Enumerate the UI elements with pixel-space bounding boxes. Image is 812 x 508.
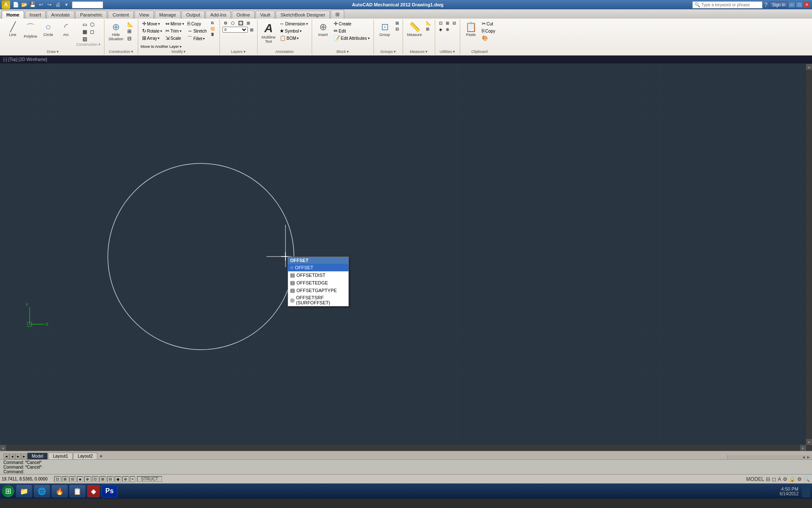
taskbar-files-btn[interactable]: 📁 [16,485,32,497]
draw-dropdown-icon[interactable]: ▾ [57,50,59,54]
model-btn[interactable]: MODEL [746,476,765,483]
arc-button[interactable]: ◜ Arc [58,20,74,38]
scroll-down-arrow[interactable]: ▼ [806,439,812,445]
show-desktop-btn[interactable] [802,485,810,497]
boundary-btn[interactable]: ⬡ [89,21,96,28]
workspace-selector[interactable]: Mechanical ▾ [72,1,103,8]
explode-btn[interactable]: 💥 [209,26,216,31]
ac-item-offsetgaptype[interactable]: ▤ OFFSETGAPTYPE [288,287,348,294]
scale-button[interactable]: ⇲ Scale [164,35,185,41]
util-3[interactable]: ⊟ [451,20,457,26]
scroll-right-arrow[interactable]: ► [800,445,806,451]
circle-button[interactable]: ○ Circle [40,20,57,38]
tab-vault[interactable]: Vault [255,11,275,19]
vp-btn[interactable]: ◻ [771,476,776,483]
utilities-dropdown-icon[interactable]: ▾ [453,50,455,54]
stretch-button[interactable]: ↔ Stretch [186,28,208,34]
hide-situation-button[interactable]: ⊕ HideSituation [107,20,125,42]
open-button[interactable]: 📂 [20,1,28,8]
ws-btn[interactable]: ⚙ [782,476,788,483]
layer-select[interactable]: 0 [222,27,248,33]
tab-parametric[interactable]: Parametric [75,11,107,19]
auxiliary-btn[interactable]: ⊞ [126,28,135,35]
restore-button[interactable]: □ [796,2,803,8]
polar-btn[interactable]: ⊟ [107,476,114,482]
util-2[interactable]: ⊞ [444,20,450,26]
print-button[interactable]: 🖨 [54,1,62,8]
tab-home[interactable]: Home [2,11,24,19]
tab-model[interactable]: Model [27,453,48,459]
paper-btn[interactable]: ⊟ [765,476,771,483]
copy-button[interactable]: ⎘ Copy [186,20,208,27]
offset-btn[interactable]: ⧉ [210,20,215,26]
clipboard-cut-btn[interactable]: ✂ Cut [480,20,497,27]
tab-content[interactable]: Content [108,11,134,19]
taskbar-app4-btn[interactable]: 📋 [69,485,85,497]
snap-btn-1[interactable]: ⊡ [54,476,61,482]
mirror-button[interactable]: ⇔ Mirror ▾ [164,20,185,27]
new-button[interactable]: 📄 [12,1,19,8]
tab-scroll-left[interactable]: ◄ [3,453,9,459]
tab-addins[interactable]: Add-Ins [206,11,231,19]
snap-btn-3[interactable]: ⊟ [69,476,76,482]
util-4[interactable]: ◈ [438,27,444,32]
util-1[interactable]: ⊡ [438,20,444,26]
ortho-btn[interactable]: ⊞ [99,476,106,482]
erase-btn[interactable]: 🗑 [209,32,216,37]
clipboard-copy-btn[interactable]: ⎘ Copy [480,28,497,34]
region-btn[interactable]: ◻ [89,28,96,35]
tab-scroll-right[interactable]: ► [15,453,21,459]
start-button[interactable]: ⊞ [2,485,14,497]
hatch-btn[interactable]: ▦ [81,28,88,35]
zoom-btn[interactable]: 🔍 [803,476,810,483]
measure-icon1[interactable]: 📐 [425,20,432,26]
modify-dropdown-icon[interactable]: ▾ [184,50,186,54]
trim-button[interactable]: ✂ Trim ▾ [164,28,185,34]
redo-button[interactable]: ↪ [46,1,53,8]
allow-btn[interactable]: + [130,476,135,482]
sign-in-button[interactable]: Sign In [769,2,788,8]
taskbar-firefox-btn[interactable]: 🔥 [52,485,68,497]
gear-btn[interactable]: ⚙ [797,476,802,483]
tab-view[interactable]: View [134,11,154,19]
drawing-canvas[interactable]: X Y [0,64,812,451]
scroll-up-arrow[interactable]: ▲ [806,64,812,70]
multiline-text-button[interactable]: A MultilineText [260,20,277,45]
construction-dropdown-icon[interactable]: ▾ [131,50,133,54]
polyline-button[interactable]: ⌒ Polyline [22,20,39,40]
dimension-button[interactable]: ↔ Dimension ▾ [278,20,309,27]
layer-3-btn[interactable]: 🔲 [237,20,244,26]
snap-btn-6[interactable]: ⊡ [92,476,99,482]
search-box[interactable]: 🔍 [692,1,763,8]
minimize-button[interactable]: ─ [788,2,795,8]
undo-button[interactable]: ↩ [37,1,45,8]
bottom-scrollbar[interactable]: ◄ ► [0,445,806,451]
break-btn[interactable]: ⊟ [126,35,135,42]
groups-dropdown-icon[interactable]: ▾ [394,50,396,54]
tab-layout1[interactable]: Layout1 [48,453,73,459]
canvas-area[interactable]: X Y OFFSET ○ OFFSET ▤ OFFSETDIST ▤ OFFSE… [0,64,812,451]
right-scrollbar[interactable]: ▲ ▼ [806,64,812,451]
snap-btn-5[interactable]: ⊕ [84,476,91,482]
tab-manage[interactable]: Manage [155,11,181,19]
qa-dropdown[interactable]: ▾ [63,1,70,8]
edit-attributes-button[interactable]: 📝 Edit Attributes ▾ [332,35,371,41]
ac-item-offset[interactable]: ○ OFFSET [288,264,348,271]
create-button[interactable]: ✛ Create [332,20,371,27]
search-input[interactable] [701,3,760,7]
rotate-button[interactable]: ↻ Rotate ▾ [141,28,163,34]
snap-btn-2[interactable]: ⊞ [62,476,69,482]
layer-5-btn[interactable]: ⊞ [249,27,255,33]
groups-icon1[interactable]: ⊞ [394,20,400,26]
construction-dropdown[interactable]: ▾ [99,42,101,47]
lock-btn[interactable]: 🔒 [789,476,796,483]
layer-2-btn[interactable]: ⬡ [230,20,236,26]
insert-button[interactable]: ⊕ Insert [315,20,332,38]
add-layout-btn[interactable]: + [99,453,102,459]
clipboard-format-btn[interactable]: 🎨 [480,35,497,41]
tab-scroll-left2[interactable]: ◄ [9,453,15,459]
measure-icon2[interactable]: ⊞ [425,26,432,32]
array-button[interactable]: ⊞ Array ▾ [141,35,163,41]
scroll-left-arrow[interactable]: ◄ [0,445,6,451]
tab-online[interactable]: Online [232,11,255,19]
